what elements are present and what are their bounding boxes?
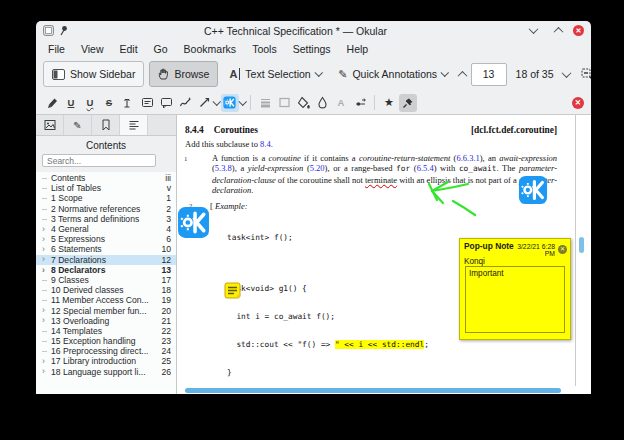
cross-reference-link[interactable]: 5.3.8 [215,163,232,173]
chevron-down-icon[interactable] [213,97,221,105]
stamp-tool[interactable] [221,94,239,112]
toc-page: 26 [161,367,171,377]
green-ink-arrow-annotation[interactable] [422,174,484,220]
close-button[interactable]: ✕ [573,25,584,36]
strikeout-tool[interactable]: S [100,94,118,112]
squiggly-annotation[interactable]: terminate [365,175,397,185]
toc-item[interactable]: ›4 General4 [36,224,176,234]
toc-item[interactable]: 3 Terms and definitions3 [36,214,176,224]
expand-arrow-icon[interactable]: › [42,357,51,366]
toc-item[interactable]: List of Tablesv [36,183,176,193]
squiggle-tool[interactable]: U [81,94,99,112]
toc-item-current[interactable]: ›8 Declarators13 [36,265,176,275]
toc-item[interactable]: ›12 Special member fun...20 [36,305,176,315]
search-input[interactable] [42,154,156,167]
advanced-settings-tool[interactable] [351,94,369,112]
close-annotation-toolbar-button[interactable]: ✕ [572,97,584,109]
toc-page: 25 [161,356,171,366]
highlight-annotation[interactable]: " << i << std::endl [335,340,424,349]
window-title: C++ Technical Specification * — Okular [73,25,518,37]
expand-arrow-icon[interactable]: › [42,245,51,254]
toc-label: 17 Library introduction [51,356,157,366]
popup-note-close-icon[interactable]: ✕ [558,245,567,254]
document-view[interactable]: 8.4.4Coroutines [dcl.fct.def.coroutine] … [177,115,591,394]
kde-logo-stamp[interactable] [177,206,210,239]
expand-arrow-icon[interactable]: › [42,255,51,264]
kde-logo-stamp[interactable] [518,175,548,205]
zoom-out-button[interactable]: Zoom Out [575,62,591,86]
toc-item[interactable]: 2 Normative references2 [36,204,176,214]
toc-item-selected[interactable]: ›7 Declarations12 [36,255,176,265]
toc-item[interactable]: 10 Derived classes18 [36,285,176,295]
expand-arrow-icon[interactable]: › [42,306,51,315]
opacity-tool[interactable] [313,94,331,112]
expand-arrow-icon[interactable]: › [42,316,51,325]
pin-toolbar-button[interactable] [399,94,417,112]
kde-logo-icon [518,175,548,205]
toc-item[interactable]: ›5 Expressions6 [36,234,176,244]
text-selection-button[interactable]: A Text Selection [223,62,327,86]
favorites-tool[interactable]: ★ [380,94,398,112]
cross-reference-link[interactable]: 6.5.4 [417,163,434,173]
expand-arrow-icon[interactable]: › [42,225,51,234]
menu-bookmarks[interactable]: Bookmarks [176,42,245,56]
tab-contents[interactable] [120,115,148,135]
vertical-scrollbar-thumb[interactable] [579,237,584,253]
line-arrow-tool[interactable] [195,94,213,112]
typewriter-tool[interactable] [119,94,137,112]
page-number-input[interactable] [471,63,507,86]
section-link[interactable]: 8.4 [260,139,271,149]
toc-item[interactable]: ›18 Language support li...26 [36,367,176,377]
freehand-ink-tool[interactable] [176,94,194,112]
popup-note[interactable]: Pop-up Note 3/22/21 6:28 PM ✕ Konqi Impo… [459,238,571,340]
toc-item[interactable]: 1 Scope1 [36,193,176,203]
cross-reference-link[interactable]: 5.20 [310,163,325,173]
expand-arrow-icon[interactable]: › [42,266,51,275]
menu-view[interactable]: View [73,42,112,56]
quick-annotations-button[interactable]: ✎ Quick Annotations [332,62,453,86]
text-run: A function is a [212,153,268,163]
inline-note-tool[interactable] [138,94,156,112]
next-page-button[interactable] [563,64,570,84]
note-annotation-icon[interactable] [224,282,241,299]
menu-edit[interactable]: Edit [112,42,146,56]
horizontal-scrollbar-thumb[interactable] [185,388,561,393]
menu-tools[interactable]: Tools [244,42,285,56]
popup-note-body[interactable]: Important [465,266,565,333]
chevron-down-icon[interactable] [238,97,246,105]
menu-file[interactable]: File [40,42,73,56]
expand-arrow-icon[interactable]: › [42,235,51,244]
toc-item[interactable]: Contentsiii [36,173,176,183]
browse-button[interactable]: Browse [149,61,218,87]
fill-color-tool[interactable] [294,94,312,112]
tab-thumbnails[interactable] [36,115,64,135]
expand-arrow-icon[interactable]: › [42,367,51,376]
toc-item[interactable]: 15 Exception handling23 [36,336,176,346]
rectangle-icon [278,96,291,109]
toc-label: 13 Overloading [51,316,157,326]
toc-item[interactable]: 16 Preprocessing direct...24 [36,346,176,356]
show-sidebar-button[interactable]: Show Sidebar [43,61,144,87]
maximize-button[interactable] [548,21,568,41]
menu-go[interactable]: Go [146,42,176,56]
menu-help[interactable]: Help [339,42,377,56]
toc-item[interactable]: 14 Templates22 [36,326,176,336]
popup-note-header: Pop-up Note 3/22/21 6:28 PM ✕ [460,239,570,257]
cross-reference-link[interactable]: 6.6.3.1 [456,153,479,163]
underline-tool[interactable]: U [62,94,80,112]
highlighter-tool[interactable] [43,94,61,112]
popup-note-tool[interactable] [157,94,175,112]
toc-item[interactable]: 9 Classes17 [36,275,176,285]
toc-item[interactable]: ›6 Statements10 [36,244,176,254]
toc-item[interactable]: ›13 Overloading21 [36,316,176,326]
tab-bookmarks[interactable] [92,115,120,135]
tab-annotations[interactable]: ✎ [64,115,92,135]
toc-page: 2 [166,204,171,214]
toc-item[interactable]: 11 Member Access Con...19 [36,295,176,305]
menu-settings[interactable]: Settings [285,42,339,56]
previous-page-button[interactable] [459,64,466,84]
toc-label: 12 Special member fun... [51,306,157,316]
minimize-button[interactable] [523,21,543,41]
toc-item[interactable]: ›17 Library introduction25 [36,356,176,366]
toc-label: 11 Member Access Con... [51,295,157,305]
